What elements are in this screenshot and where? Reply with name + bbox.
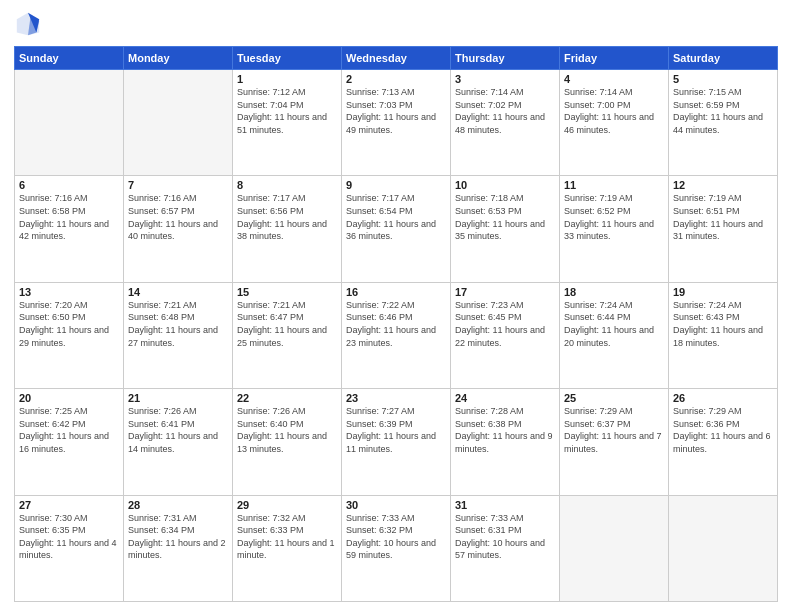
day-info: Sunrise: 7:24 AM Sunset: 6:43 PM Dayligh…: [673, 299, 773, 349]
calendar-table: SundayMondayTuesdayWednesdayThursdayFrid…: [14, 46, 778, 602]
day-number: 10: [455, 179, 555, 191]
day-info: Sunrise: 7:22 AM Sunset: 6:46 PM Dayligh…: [346, 299, 446, 349]
calendar-cell: 6Sunrise: 7:16 AM Sunset: 6:58 PM Daylig…: [15, 176, 124, 282]
day-number: 15: [237, 286, 337, 298]
day-number: 16: [346, 286, 446, 298]
day-info: Sunrise: 7:17 AM Sunset: 6:54 PM Dayligh…: [346, 192, 446, 242]
calendar-header-row: SundayMondayTuesdayWednesdayThursdayFrid…: [15, 47, 778, 70]
calendar-cell: 12Sunrise: 7:19 AM Sunset: 6:51 PM Dayli…: [669, 176, 778, 282]
logo-icon: [14, 10, 42, 38]
day-info: Sunrise: 7:30 AM Sunset: 6:35 PM Dayligh…: [19, 512, 119, 562]
calendar-cell: 31Sunrise: 7:33 AM Sunset: 6:31 PM Dayli…: [451, 495, 560, 601]
calendar-cell: [560, 495, 669, 601]
calendar-week-3: 20Sunrise: 7:25 AM Sunset: 6:42 PM Dayli…: [15, 389, 778, 495]
day-number: 11: [564, 179, 664, 191]
day-number: 21: [128, 392, 228, 404]
day-info: Sunrise: 7:12 AM Sunset: 7:04 PM Dayligh…: [237, 86, 337, 136]
calendar-cell: [669, 495, 778, 601]
calendar-cell: 28Sunrise: 7:31 AM Sunset: 6:34 PM Dayli…: [124, 495, 233, 601]
calendar-cell: 30Sunrise: 7:33 AM Sunset: 6:32 PM Dayli…: [342, 495, 451, 601]
calendar-cell: 19Sunrise: 7:24 AM Sunset: 6:43 PM Dayli…: [669, 282, 778, 388]
day-info: Sunrise: 7:18 AM Sunset: 6:53 PM Dayligh…: [455, 192, 555, 242]
day-info: Sunrise: 7:21 AM Sunset: 6:47 PM Dayligh…: [237, 299, 337, 349]
calendar-cell: 11Sunrise: 7:19 AM Sunset: 6:52 PM Dayli…: [560, 176, 669, 282]
day-info: Sunrise: 7:15 AM Sunset: 6:59 PM Dayligh…: [673, 86, 773, 136]
day-number: 19: [673, 286, 773, 298]
calendar-week-4: 27Sunrise: 7:30 AM Sunset: 6:35 PM Dayli…: [15, 495, 778, 601]
calendar-cell: 26Sunrise: 7:29 AM Sunset: 6:36 PM Dayli…: [669, 389, 778, 495]
day-info: Sunrise: 7:32 AM Sunset: 6:33 PM Dayligh…: [237, 512, 337, 562]
day-info: Sunrise: 7:16 AM Sunset: 6:57 PM Dayligh…: [128, 192, 228, 242]
weekday-header-monday: Monday: [124, 47, 233, 70]
day-number: 24: [455, 392, 555, 404]
day-number: 2: [346, 73, 446, 85]
logo: [14, 10, 46, 38]
day-info: Sunrise: 7:33 AM Sunset: 6:32 PM Dayligh…: [346, 512, 446, 562]
day-info: Sunrise: 7:29 AM Sunset: 6:36 PM Dayligh…: [673, 405, 773, 455]
calendar-cell: 2Sunrise: 7:13 AM Sunset: 7:03 PM Daylig…: [342, 70, 451, 176]
day-number: 26: [673, 392, 773, 404]
day-info: Sunrise: 7:19 AM Sunset: 6:51 PM Dayligh…: [673, 192, 773, 242]
day-info: Sunrise: 7:21 AM Sunset: 6:48 PM Dayligh…: [128, 299, 228, 349]
calendar-cell: 17Sunrise: 7:23 AM Sunset: 6:45 PM Dayli…: [451, 282, 560, 388]
calendar-cell: 8Sunrise: 7:17 AM Sunset: 6:56 PM Daylig…: [233, 176, 342, 282]
day-info: Sunrise: 7:26 AM Sunset: 6:41 PM Dayligh…: [128, 405, 228, 455]
day-number: 30: [346, 499, 446, 511]
weekday-header-thursday: Thursday: [451, 47, 560, 70]
day-info: Sunrise: 7:33 AM Sunset: 6:31 PM Dayligh…: [455, 512, 555, 562]
day-number: 5: [673, 73, 773, 85]
calendar-cell: 18Sunrise: 7:24 AM Sunset: 6:44 PM Dayli…: [560, 282, 669, 388]
calendar-cell: 16Sunrise: 7:22 AM Sunset: 6:46 PM Dayli…: [342, 282, 451, 388]
header: [14, 10, 778, 38]
day-number: 27: [19, 499, 119, 511]
calendar-cell: 1Sunrise: 7:12 AM Sunset: 7:04 PM Daylig…: [233, 70, 342, 176]
calendar-cell: 4Sunrise: 7:14 AM Sunset: 7:00 PM Daylig…: [560, 70, 669, 176]
day-number: 17: [455, 286, 555, 298]
weekday-header-tuesday: Tuesday: [233, 47, 342, 70]
calendar-cell: 5Sunrise: 7:15 AM Sunset: 6:59 PM Daylig…: [669, 70, 778, 176]
calendar-cell: 24Sunrise: 7:28 AM Sunset: 6:38 PM Dayli…: [451, 389, 560, 495]
day-info: Sunrise: 7:24 AM Sunset: 6:44 PM Dayligh…: [564, 299, 664, 349]
day-number: 3: [455, 73, 555, 85]
calendar-cell: 21Sunrise: 7:26 AM Sunset: 6:41 PM Dayli…: [124, 389, 233, 495]
day-info: Sunrise: 7:23 AM Sunset: 6:45 PM Dayligh…: [455, 299, 555, 349]
calendar-cell: 29Sunrise: 7:32 AM Sunset: 6:33 PM Dayli…: [233, 495, 342, 601]
page: SundayMondayTuesdayWednesdayThursdayFrid…: [0, 0, 792, 612]
day-info: Sunrise: 7:17 AM Sunset: 6:56 PM Dayligh…: [237, 192, 337, 242]
day-info: Sunrise: 7:31 AM Sunset: 6:34 PM Dayligh…: [128, 512, 228, 562]
calendar-cell: 14Sunrise: 7:21 AM Sunset: 6:48 PM Dayli…: [124, 282, 233, 388]
calendar-cell: 25Sunrise: 7:29 AM Sunset: 6:37 PM Dayli…: [560, 389, 669, 495]
calendar-cell: 7Sunrise: 7:16 AM Sunset: 6:57 PM Daylig…: [124, 176, 233, 282]
weekday-header-saturday: Saturday: [669, 47, 778, 70]
calendar-cell: [124, 70, 233, 176]
calendar-week-2: 13Sunrise: 7:20 AM Sunset: 6:50 PM Dayli…: [15, 282, 778, 388]
day-info: Sunrise: 7:13 AM Sunset: 7:03 PM Dayligh…: [346, 86, 446, 136]
day-number: 4: [564, 73, 664, 85]
calendar-cell: 23Sunrise: 7:27 AM Sunset: 6:39 PM Dayli…: [342, 389, 451, 495]
day-info: Sunrise: 7:27 AM Sunset: 6:39 PM Dayligh…: [346, 405, 446, 455]
weekday-header-sunday: Sunday: [15, 47, 124, 70]
day-number: 7: [128, 179, 228, 191]
day-number: 23: [346, 392, 446, 404]
calendar-week-1: 6Sunrise: 7:16 AM Sunset: 6:58 PM Daylig…: [15, 176, 778, 282]
day-info: Sunrise: 7:26 AM Sunset: 6:40 PM Dayligh…: [237, 405, 337, 455]
calendar-cell: 3Sunrise: 7:14 AM Sunset: 7:02 PM Daylig…: [451, 70, 560, 176]
day-number: 18: [564, 286, 664, 298]
day-number: 20: [19, 392, 119, 404]
day-number: 8: [237, 179, 337, 191]
day-info: Sunrise: 7:29 AM Sunset: 6:37 PM Dayligh…: [564, 405, 664, 455]
day-info: Sunrise: 7:28 AM Sunset: 6:38 PM Dayligh…: [455, 405, 555, 455]
calendar-cell: 27Sunrise: 7:30 AM Sunset: 6:35 PM Dayli…: [15, 495, 124, 601]
day-number: 29: [237, 499, 337, 511]
calendar-week-0: 1Sunrise: 7:12 AM Sunset: 7:04 PM Daylig…: [15, 70, 778, 176]
calendar-cell: 9Sunrise: 7:17 AM Sunset: 6:54 PM Daylig…: [342, 176, 451, 282]
day-number: 9: [346, 179, 446, 191]
day-info: Sunrise: 7:16 AM Sunset: 6:58 PM Dayligh…: [19, 192, 119, 242]
weekday-header-friday: Friday: [560, 47, 669, 70]
calendar-cell: 10Sunrise: 7:18 AM Sunset: 6:53 PM Dayli…: [451, 176, 560, 282]
day-number: 6: [19, 179, 119, 191]
day-info: Sunrise: 7:19 AM Sunset: 6:52 PM Dayligh…: [564, 192, 664, 242]
day-number: 25: [564, 392, 664, 404]
day-info: Sunrise: 7:25 AM Sunset: 6:42 PM Dayligh…: [19, 405, 119, 455]
day-number: 14: [128, 286, 228, 298]
